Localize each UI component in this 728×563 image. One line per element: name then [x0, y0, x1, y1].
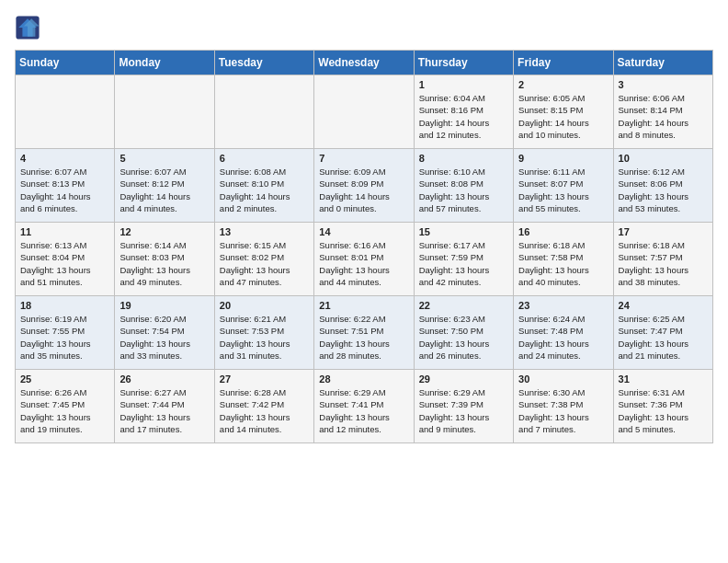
cell-content: Sunrise: 6:29 AM Sunset: 7:39 PM Dayligh… — [419, 386, 508, 435]
day-number: 22 — [419, 300, 508, 311]
day-number: 31 — [619, 373, 708, 385]
calendar-cell: 25Sunrise: 6:26 AM Sunset: 7:45 PM Dayli… — [16, 370, 115, 443]
day-number: 30 — [518, 373, 608, 385]
cell-content: Sunrise: 6:14 AM Sunset: 8:03 PM Dayligh… — [119, 239, 209, 288]
calendar-week-row: 1Sunrise: 6:04 AM Sunset: 8:16 PM Daylig… — [16, 75, 713, 149]
weekday-header-thursday: Thursday — [414, 51, 513, 75]
day-number: 24 — [619, 300, 708, 311]
weekday-header-wednesday: Wednesday — [314, 51, 414, 75]
day-number: 10 — [619, 153, 708, 164]
cell-content: Sunrise: 6:19 AM Sunset: 7:55 PM Dayligh… — [20, 313, 109, 362]
day-number: 7 — [319, 153, 408, 164]
day-number: 12 — [119, 226, 209, 237]
day-number: 17 — [619, 226, 708, 237]
day-number: 5 — [119, 153, 209, 164]
calendar-cell — [314, 75, 414, 149]
page-header — [15, 15, 713, 40]
cell-content: Sunrise: 6:24 AM Sunset: 7:48 PM Dayligh… — [518, 313, 608, 362]
calendar-week-row: 11Sunrise: 6:13 AM Sunset: 8:04 PM Dayli… — [16, 223, 713, 296]
day-number: 19 — [119, 300, 209, 311]
calendar-cell: 1Sunrise: 6:04 AM Sunset: 8:16 PM Daylig… — [414, 75, 513, 149]
calendar-cell: 30Sunrise: 6:30 AM Sunset: 7:38 PM Dayli… — [514, 370, 613, 443]
cell-content: Sunrise: 6:31 AM Sunset: 7:36 PM Dayligh… — [619, 386, 708, 435]
calendar-cell — [214, 75, 313, 149]
day-number: 13 — [220, 226, 309, 237]
cell-content: Sunrise: 6:27 AM Sunset: 7:44 PM Dayligh… — [119, 386, 209, 435]
weekday-header-saturday: Saturday — [613, 51, 712, 75]
day-number: 21 — [319, 300, 408, 311]
day-number: 16 — [518, 226, 608, 237]
cell-content: Sunrise: 6:25 AM Sunset: 7:47 PM Dayligh… — [619, 313, 708, 362]
cell-content: Sunrise: 6:23 AM Sunset: 7:50 PM Dayligh… — [419, 313, 508, 362]
cell-content: Sunrise: 6:16 AM Sunset: 8:01 PM Dayligh… — [319, 239, 408, 288]
calendar-cell: 12Sunrise: 6:14 AM Sunset: 8:03 PM Dayli… — [115, 223, 214, 296]
day-number: 3 — [619, 79, 708, 90]
cell-content: Sunrise: 6:26 AM Sunset: 7:45 PM Dayligh… — [20, 386, 109, 435]
day-number: 11 — [20, 226, 109, 237]
calendar-cell: 9Sunrise: 6:11 AM Sunset: 8:07 PM Daylig… — [514, 149, 613, 223]
day-number: 9 — [518, 153, 608, 164]
cell-content: Sunrise: 6:18 AM Sunset: 7:57 PM Dayligh… — [619, 239, 708, 288]
day-number: 8 — [419, 153, 508, 164]
logo-icon — [15, 15, 40, 40]
day-number: 14 — [319, 226, 408, 237]
calendar-cell: 5Sunrise: 6:07 AM Sunset: 8:12 PM Daylig… — [115, 149, 214, 223]
logo — [15, 15, 44, 40]
calendar-cell: 22Sunrise: 6:23 AM Sunset: 7:50 PM Dayli… — [414, 296, 513, 370]
cell-content: Sunrise: 6:08 AM Sunset: 8:10 PM Dayligh… — [220, 166, 309, 214]
weekday-header-monday: Monday — [115, 51, 214, 75]
day-number: 1 — [419, 79, 508, 90]
cell-content: Sunrise: 6:20 AM Sunset: 7:54 PM Dayligh… — [119, 313, 209, 362]
calendar-cell: 10Sunrise: 6:12 AM Sunset: 8:06 PM Dayli… — [613, 149, 712, 223]
calendar-cell: 2Sunrise: 6:05 AM Sunset: 8:15 PM Daylig… — [514, 75, 613, 149]
cell-content: Sunrise: 6:09 AM Sunset: 8:09 PM Dayligh… — [319, 166, 408, 214]
day-number: 20 — [220, 300, 309, 311]
weekday-header-tuesday: Tuesday — [214, 51, 313, 75]
calendar-cell: 6Sunrise: 6:08 AM Sunset: 8:10 PM Daylig… — [214, 149, 313, 223]
cell-content: Sunrise: 6:06 AM Sunset: 8:14 PM Dayligh… — [619, 92, 708, 141]
day-number: 6 — [220, 153, 309, 164]
calendar-cell: 27Sunrise: 6:28 AM Sunset: 7:42 PM Dayli… — [214, 370, 313, 443]
calendar-cell: 13Sunrise: 6:15 AM Sunset: 8:02 PM Dayli… — [214, 223, 313, 296]
cell-content: Sunrise: 6:22 AM Sunset: 7:51 PM Dayligh… — [319, 313, 408, 362]
calendar-cell: 11Sunrise: 6:13 AM Sunset: 8:04 PM Dayli… — [16, 223, 115, 296]
calendar-cell: 7Sunrise: 6:09 AM Sunset: 8:09 PM Daylig… — [314, 149, 414, 223]
cell-content: Sunrise: 6:05 AM Sunset: 8:15 PM Dayligh… — [518, 92, 608, 141]
calendar-cell: 15Sunrise: 6:17 AM Sunset: 7:59 PM Dayli… — [414, 223, 513, 296]
weekday-header-sunday: Sunday — [16, 51, 115, 75]
calendar-cell: 16Sunrise: 6:18 AM Sunset: 7:58 PM Dayli… — [514, 223, 613, 296]
cell-content: Sunrise: 6:12 AM Sunset: 8:06 PM Dayligh… — [619, 166, 708, 214]
calendar-week-row: 4Sunrise: 6:07 AM Sunset: 8:13 PM Daylig… — [16, 149, 713, 223]
calendar-cell: 18Sunrise: 6:19 AM Sunset: 7:55 PM Dayli… — [16, 296, 115, 370]
cell-content: Sunrise: 6:10 AM Sunset: 8:08 PM Dayligh… — [419, 166, 508, 214]
calendar-cell: 29Sunrise: 6:29 AM Sunset: 7:39 PM Dayli… — [414, 370, 513, 443]
weekday-header-friday: Friday — [514, 51, 613, 75]
calendar-table: SundayMondayTuesdayWednesdayThursdayFrid… — [15, 50, 713, 443]
calendar-cell: 20Sunrise: 6:21 AM Sunset: 7:53 PM Dayli… — [214, 296, 313, 370]
calendar-cell: 23Sunrise: 6:24 AM Sunset: 7:48 PM Dayli… — [514, 296, 613, 370]
calendar-cell: 3Sunrise: 6:06 AM Sunset: 8:14 PM Daylig… — [613, 75, 712, 149]
cell-content: Sunrise: 6:17 AM Sunset: 7:59 PM Dayligh… — [419, 239, 508, 288]
calendar-cell: 26Sunrise: 6:27 AM Sunset: 7:44 PM Dayli… — [115, 370, 214, 443]
cell-content: Sunrise: 6:18 AM Sunset: 7:58 PM Dayligh… — [518, 239, 608, 288]
cell-content: Sunrise: 6:28 AM Sunset: 7:42 PM Dayligh… — [220, 386, 309, 435]
day-number: 27 — [220, 373, 309, 385]
calendar-cell: 4Sunrise: 6:07 AM Sunset: 8:13 PM Daylig… — [16, 149, 115, 223]
calendar-cell: 31Sunrise: 6:31 AM Sunset: 7:36 PM Dayli… — [613, 370, 712, 443]
calendar-week-row: 25Sunrise: 6:26 AM Sunset: 7:45 PM Dayli… — [16, 370, 713, 443]
day-number: 15 — [419, 226, 508, 237]
calendar-cell: 19Sunrise: 6:20 AM Sunset: 7:54 PM Dayli… — [115, 296, 214, 370]
calendar-cell — [16, 75, 115, 149]
cell-content: Sunrise: 6:30 AM Sunset: 7:38 PM Dayligh… — [518, 386, 608, 435]
calendar-cell: 8Sunrise: 6:10 AM Sunset: 8:08 PM Daylig… — [414, 149, 513, 223]
day-number: 2 — [518, 79, 608, 90]
cell-content: Sunrise: 6:13 AM Sunset: 8:04 PM Dayligh… — [20, 239, 109, 288]
calendar-cell — [115, 75, 214, 149]
day-number: 23 — [518, 300, 608, 311]
cell-content: Sunrise: 6:07 AM Sunset: 8:13 PM Dayligh… — [20, 166, 109, 214]
day-number: 26 — [119, 373, 209, 385]
day-number: 29 — [419, 373, 508, 385]
calendar-cell: 17Sunrise: 6:18 AM Sunset: 7:57 PM Dayli… — [613, 223, 712, 296]
cell-content: Sunrise: 6:07 AM Sunset: 8:12 PM Dayligh… — [119, 166, 209, 214]
cell-content: Sunrise: 6:29 AM Sunset: 7:41 PM Dayligh… — [319, 386, 408, 435]
